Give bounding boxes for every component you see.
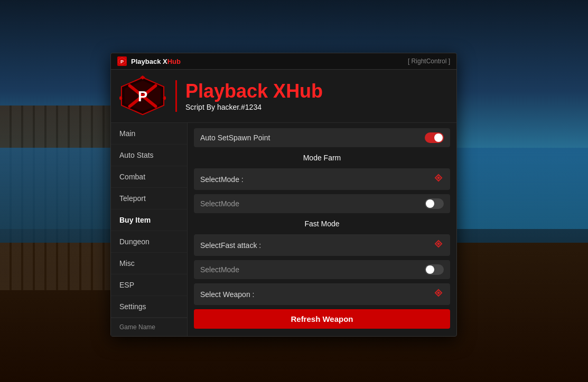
hotkey-label: [ RightControl ] bbox=[408, 58, 450, 65]
auto-setspawn-toggle[interactable] bbox=[425, 132, 444, 143]
header-title-block: Playback XHub Script By hacker.#1234 bbox=[185, 81, 323, 111]
sidebar-footer: Game Name bbox=[111, 318, 187, 336]
select-mode-toggle[interactable] bbox=[425, 198, 444, 209]
svg-text:P: P bbox=[138, 88, 147, 104]
mode-farm-label: Mode Farm bbox=[194, 151, 450, 164]
select-fast-attack-arrow-icon bbox=[433, 238, 444, 252]
sidebar-item-settings[interactable]: Settings bbox=[111, 296, 187, 318]
header-subtitle: Script By hacker.#1234 bbox=[185, 103, 323, 111]
sidebar-item-auto-stats[interactable]: Auto Stats bbox=[111, 145, 187, 166]
select-mode-dropdown[interactable]: SelectMode bbox=[194, 194, 450, 213]
logo-diamond: P bbox=[119, 75, 166, 117]
main-window: P Playback XHub [ RightControl ] bbox=[110, 53, 457, 337]
select-weapon-arrow-icon bbox=[433, 288, 444, 301]
sidebar-item-misc[interactable]: Misc bbox=[111, 253, 187, 274]
svg-marker-13 bbox=[437, 242, 440, 245]
header-title: Playback XHub bbox=[185, 81, 323, 102]
auto-setspawn-label: Auto SetSpawn Point bbox=[200, 133, 270, 142]
header-divider bbox=[175, 80, 177, 112]
sidebar-item-esp[interactable]: ESP bbox=[111, 274, 187, 296]
window-icon: P bbox=[117, 56, 127, 66]
select-fast-dropdown[interactable]: SelectMode bbox=[194, 260, 450, 279]
header-banner: P Playback XHub Script By hacker.#1234 bbox=[111, 70, 456, 123]
sidebar-item-main[interactable]: Main bbox=[111, 123, 187, 145]
sidebar-item-combat[interactable]: Combat bbox=[111, 166, 187, 188]
sidebar-item-teleport[interactable]: Teleport bbox=[111, 188, 187, 209]
content-area: Main Auto Stats Combat Teleport Buy Item… bbox=[111, 123, 456, 336]
select-fast-value: SelectMode bbox=[200, 265, 239, 274]
svg-marker-15 bbox=[437, 291, 440, 294]
select-mode-row[interactable]: SelectMode : bbox=[194, 168, 450, 190]
select-weapon-label: Select Weapon : bbox=[200, 290, 254, 299]
select-weapon-row[interactable]: Select Weapon : bbox=[194, 283, 450, 305]
main-panel: Auto SetSpawn Point Mode Farm SelectMode… bbox=[188, 123, 456, 336]
title-bar: P Playback XHub [ RightControl ] bbox=[111, 53, 456, 70]
select-mode-value: SelectMode bbox=[200, 199, 239, 208]
select-fast-attack-row[interactable]: SelectFast attack : bbox=[194, 234, 450, 256]
sidebar-item-buy-item[interactable]: Buy Item bbox=[111, 209, 187, 231]
svg-marker-11 bbox=[437, 176, 440, 179]
select-mode-arrow-icon bbox=[433, 173, 444, 186]
sidebar-item-dungeon[interactable]: Dungeon bbox=[111, 231, 187, 253]
title-bar-left: P Playback XHub bbox=[117, 56, 181, 66]
sidebar: Main Auto Stats Combat Teleport Buy Item… bbox=[111, 123, 188, 336]
svg-text:P: P bbox=[120, 59, 124, 64]
auto-setspawn-row[interactable]: Auto SetSpawn Point bbox=[194, 128, 450, 147]
window-title: Playback XHub bbox=[131, 58, 181, 65]
fast-mode-label: Fast Mode bbox=[194, 217, 450, 230]
select-fast-attack-label: SelectFast attack : bbox=[200, 241, 261, 250]
select-mode-label: SelectMode : bbox=[200, 175, 244, 184]
refresh-weapon-button[interactable]: Refresh Weapon bbox=[194, 309, 450, 329]
logo-container: P bbox=[119, 75, 167, 117]
select-fast-toggle[interactable] bbox=[425, 264, 444, 275]
